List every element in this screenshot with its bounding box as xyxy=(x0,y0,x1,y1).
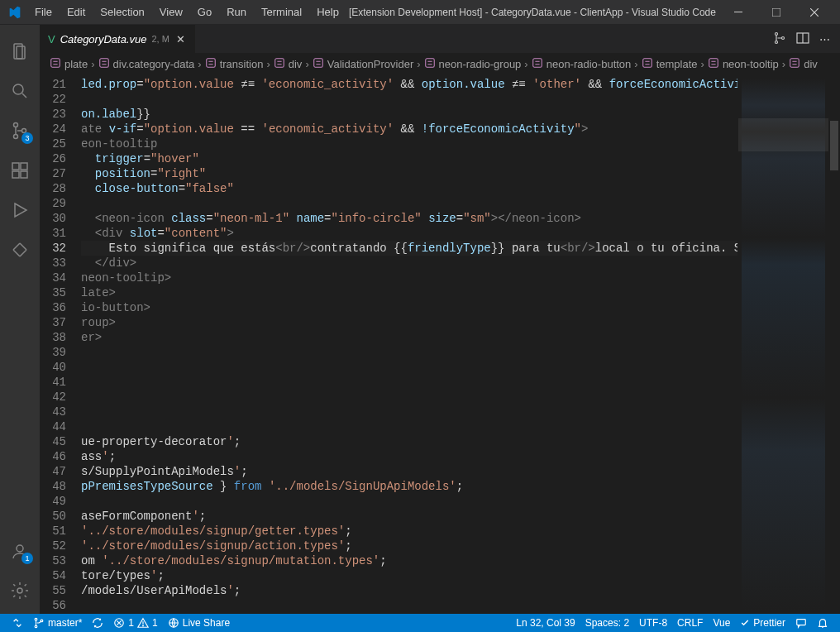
status-cursor-position[interactable]: Ln 32, Col 39 xyxy=(511,617,580,629)
extensions-icon[interactable] xyxy=(0,151,40,190)
line-number[interactable]: 53 xyxy=(40,553,66,568)
line-number[interactable]: 33 xyxy=(40,256,66,271)
tab-categorydata[interactable]: V CategoryData.vue 2, M ✕ xyxy=(40,25,196,53)
code-line[interactable] xyxy=(81,92,737,107)
line-number[interactable]: 26 xyxy=(40,151,66,166)
code-editor[interactable]: 2122232425262728293031323334353637383940… xyxy=(40,75,840,614)
code-line[interactable] xyxy=(81,494,737,509)
line-number[interactable]: 25 xyxy=(40,136,66,151)
code-line[interactable]: Esto significa que estás<br/>contratando… xyxy=(81,241,737,256)
menu-go[interactable]: Go xyxy=(191,2,218,22)
source-control-icon[interactable]: 3 xyxy=(0,111,40,151)
line-number[interactable]: 27 xyxy=(40,166,66,181)
code-line[interactable] xyxy=(81,419,737,434)
line-number[interactable]: 50 xyxy=(40,509,66,524)
breadcrumb-item[interactable]: neon-tooltip xyxy=(708,57,779,71)
line-number[interactable]: 37 xyxy=(40,315,66,330)
line-number[interactable]: 29 xyxy=(40,196,66,211)
run-debug-icon[interactable] xyxy=(0,190,40,230)
line-number[interactable]: 55 xyxy=(40,583,66,598)
line-number[interactable]: 24 xyxy=(40,122,66,136)
minimize-icon[interactable] xyxy=(719,0,757,25)
menu-edit[interactable]: Edit xyxy=(60,2,92,22)
code-line[interactable] xyxy=(81,405,737,419)
breadcrumb-item[interactable]: neon-radio-group xyxy=(424,57,522,71)
status-branch[interactable]: master* xyxy=(28,614,87,632)
line-number[interactable]: 48 xyxy=(40,479,66,494)
line-number[interactable]: 43 xyxy=(40,405,66,419)
code-line[interactable]: ate v-if="option.value == 'economic_acti… xyxy=(81,122,737,136)
line-number[interactable]: 35 xyxy=(40,285,66,300)
code-line[interactable]: position="right" xyxy=(81,166,737,181)
breadcrumb-item[interactable]: div.category-data xyxy=(98,57,195,71)
breadcrumb-item[interactable]: neon-radio-button xyxy=(532,57,632,71)
breadcrumb-item[interactable]: div xyxy=(789,57,818,71)
code-line[interactable] xyxy=(81,360,737,375)
scrollbar-thumb[interactable] xyxy=(830,121,838,170)
menu-run[interactable]: Run xyxy=(220,2,253,22)
code-line[interactable] xyxy=(81,375,737,390)
line-number[interactable]: 32 xyxy=(40,241,66,256)
status-notifications-icon[interactable] xyxy=(812,617,833,629)
code-line[interactable] xyxy=(81,196,737,211)
code-line[interactable]: neon-tooltip> xyxy=(81,271,737,285)
status-prettier[interactable]: Prettier xyxy=(735,617,790,629)
status-language[interactable]: Vue xyxy=(708,617,735,629)
code-line[interactable]: ue-property-decorator'; xyxy=(81,434,737,449)
menu-file[interactable]: File xyxy=(28,2,59,22)
line-number[interactable]: 49 xyxy=(40,494,66,509)
line-number[interactable]: 42 xyxy=(40,390,66,405)
code-line[interactable]: <div slot="content"> xyxy=(81,226,737,241)
status-sync[interactable] xyxy=(87,614,108,632)
code-line[interactable]: ass'; xyxy=(81,449,737,464)
line-number[interactable]: 45 xyxy=(40,434,66,449)
maximize-icon[interactable] xyxy=(757,0,795,25)
breadcrumb-item[interactable]: ValidationProvider xyxy=(313,57,414,71)
line-number[interactable]: 38 xyxy=(40,330,66,345)
code-line[interactable]: tore/types'; xyxy=(81,568,737,583)
code-line[interactable]: roup> xyxy=(81,315,737,330)
minimap[interactable] xyxy=(737,75,828,614)
minimap-slider[interactable] xyxy=(738,118,828,151)
code-line[interactable]: pPremisesTypeSource } from '../models/Si… xyxy=(81,479,737,494)
menu-terminal[interactable]: Terminal xyxy=(255,2,308,22)
code-line[interactable]: io-button> xyxy=(81,300,737,315)
breadcrumb-item[interactable]: transition xyxy=(205,57,264,71)
line-number[interactable]: 36 xyxy=(40,300,66,315)
code-line[interactable]: om '../store/modules/signup/mutation.typ… xyxy=(81,553,737,568)
code-line[interactable]: er> xyxy=(81,330,737,345)
status-feedback-icon[interactable] xyxy=(790,617,812,629)
menu-selection[interactable]: Selection xyxy=(93,2,150,22)
close-icon[interactable] xyxy=(795,0,833,25)
breadcrumb-item[interactable]: div xyxy=(274,57,303,71)
menu-view[interactable]: View xyxy=(153,2,189,22)
status-indentation[interactable]: Spaces: 2 xyxy=(580,617,634,629)
code-content[interactable]: led.prop="option.value ≠≡ 'economic_acti… xyxy=(81,75,737,614)
line-number[interactable]: 54 xyxy=(40,568,66,583)
code-line[interactable]: late> xyxy=(81,285,737,300)
explorer-icon[interactable] xyxy=(0,31,40,71)
code-line[interactable]: '../store/modules/signup/action.types'; xyxy=(81,539,737,553)
accounts-icon[interactable]: 1 xyxy=(0,531,40,571)
line-number[interactable]: 56 xyxy=(40,598,66,613)
code-line[interactable]: led.prop="option.value ≠≡ 'economic_acti… xyxy=(81,77,737,92)
status-problems[interactable]: 1 1 xyxy=(108,614,162,632)
line-number[interactable]: 41 xyxy=(40,375,66,390)
line-number[interactable]: 30 xyxy=(40,211,66,226)
code-line[interactable] xyxy=(81,598,737,613)
code-line[interactable] xyxy=(81,390,737,405)
code-line[interactable]: </div> xyxy=(81,256,737,271)
line-number[interactable]: 40 xyxy=(40,360,66,375)
line-number[interactable]: 34 xyxy=(40,271,66,285)
breadcrumb-item[interactable]: plate xyxy=(50,57,88,71)
code-line[interactable]: '../store/modules/signup/getter.types'; xyxy=(81,524,737,539)
split-editor-icon[interactable] xyxy=(796,31,809,47)
code-line[interactable]: trigger="hover" xyxy=(81,151,737,166)
search-icon[interactable] xyxy=(0,71,40,111)
remote-icon[interactable] xyxy=(0,230,40,270)
status-remote[interactable] xyxy=(7,614,28,632)
code-line[interactable]: close-button="false" xyxy=(81,181,737,196)
breadcrumbs[interactable]: plate›div.category-data›transition›div›V… xyxy=(40,54,840,75)
line-number[interactable]: 23 xyxy=(40,107,66,122)
status-eol[interactable]: CRLF xyxy=(672,617,708,629)
